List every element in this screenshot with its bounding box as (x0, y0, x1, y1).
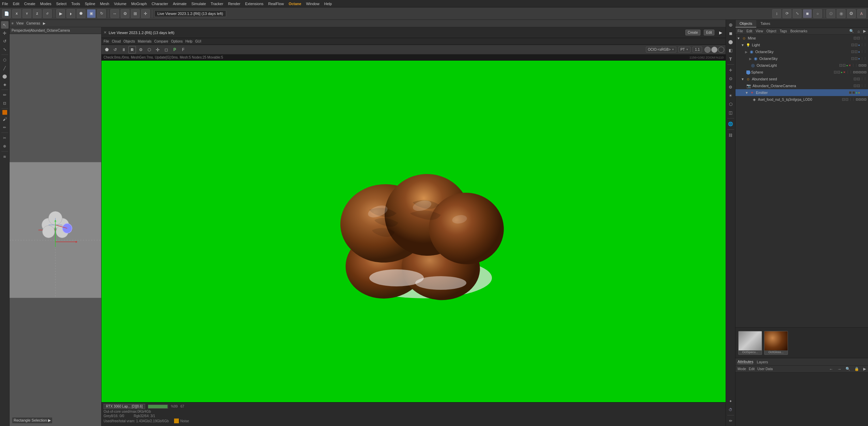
olight-ctrl2[interactable] (843, 64, 846, 67)
ro-transform[interactable]: ✛ (727, 66, 734, 74)
menu-octane[interactable]: Octane (289, 2, 301, 6)
obj-row-emitter[interactable]: ▼ ✦ Emitter ● ● ⋮⋮ (735, 89, 868, 96)
live-viewer-tab[interactable]: Live Viewer 2023.1.2-[R6] (13 days left) (109, 31, 174, 35)
ro-group[interactable]: ⊙ (727, 75, 734, 82)
ro-pencil[interactable]: ✏ (727, 417, 734, 425)
ro-starburst[interactable]: ✦ (727, 397, 734, 405)
open-button[interactable]: X (12, 9, 21, 18)
obj-view-menu[interactable]: View (756, 29, 763, 33)
rotate-btn[interactable]: ⚙ (121, 9, 129, 18)
rt-f-btn[interactable]: F (180, 46, 187, 53)
home-icon[interactable]: ⌂ (857, 29, 860, 33)
osky2-ctrl2[interactable] (855, 57, 857, 60)
y-btn[interactable]: Y (22, 9, 31, 18)
menu-tools[interactable]: Tools (71, 2, 80, 6)
ro-layer[interactable]: ◫ (727, 109, 734, 116)
move-btn[interactable]: ↔ (110, 9, 119, 18)
abund-arrow[interactable]: ▼ (741, 77, 744, 81)
search-icon[interactable]: 🔍 (849, 29, 854, 33)
menu-tracker[interactable]: Tracker (211, 2, 223, 6)
aset-ctrl2[interactable] (846, 98, 848, 101)
obj-mode-btn[interactable]: ◈ (1, 81, 9, 88)
close-icon[interactable]: ✕ (104, 30, 107, 35)
mine-ctrl2[interactable] (857, 37, 860, 40)
vp-menu-icon[interactable]: ≡ (12, 21, 14, 25)
attr-lock-icon[interactable]: 🔒 (854, 367, 859, 371)
sphere-ctrl2[interactable] (837, 71, 840, 74)
menu-realflow[interactable]: RealFlow (268, 2, 284, 6)
ro-3d-box[interactable]: ◼ (727, 30, 734, 37)
attr-back-btn[interactable]: ← (829, 367, 833, 372)
tab-attributes[interactable]: Attributes (738, 360, 753, 364)
scale-tool[interactable]: ⤡ (793, 9, 802, 18)
paint-btn[interactable]: ✏ (1, 91, 9, 99)
ft-more-btn[interactable]: ▶ (863, 29, 866, 33)
menu-modes[interactable]: Modes (40, 2, 51, 6)
obj-row-abundant-camera[interactable]: 📷 Abundant_OctaneCamera ⋮⋮ (735, 82, 868, 89)
deformer-btn[interactable]: ≋ (1, 153, 9, 160)
scale-tool-btn[interactable]: ⤡ (1, 46, 9, 53)
mine-expand-arrow[interactable]: ▼ (737, 36, 740, 40)
obj-row-light[interactable]: ▼ 💡 Light ● ⋮⋮ (735, 42, 868, 48)
attr-mode-btn[interactable]: Mode (738, 367, 746, 371)
menu-window[interactable]: Window (306, 2, 319, 6)
attr-more-icon[interactable]: ▶ (863, 367, 866, 371)
menu-render[interactable]: Render (228, 2, 240, 6)
star-btn[interactable]: A (857, 9, 866, 18)
select-tool[interactable]: ◼ (803, 9, 812, 18)
tab-objects[interactable]: Objects (735, 20, 756, 28)
more-main-btn[interactable]: ▶ (718, 30, 724, 36)
lasso-tool[interactable]: ○ (813, 9, 822, 18)
pencil-btn[interactable]: ✏ (1, 124, 9, 131)
mat-swatch-octspecular[interactable]: OctSpecu... (738, 331, 762, 355)
polygon-btn[interactable]: ⬡ (1, 56, 9, 64)
mine-ctrl1[interactable] (854, 37, 856, 40)
menu-mograph[interactable]: MoGraph (131, 2, 147, 6)
grid-btn[interactable]: ⊞ (131, 9, 140, 18)
lv-file[interactable]: File (104, 40, 109, 43)
emitter-arrow[interactable]: ▼ (745, 91, 748, 95)
vp-more-btn[interactable]: ▶ (43, 21, 46, 25)
olight-ctrl1[interactable] (839, 64, 842, 67)
lv-help[interactable]: Help (185, 40, 192, 43)
menu-character[interactable]: Character (152, 2, 168, 6)
snap-btn[interactable]: ✛ (141, 9, 150, 18)
obj-object-menu[interactable]: Object (766, 29, 776, 33)
lv-options[interactable]: Options (171, 40, 183, 43)
rotate-tool-btn2[interactable]: ↺ (1, 37, 9, 45)
ro-type[interactable]: T (727, 55, 734, 63)
ro-globe[interactable]: 🌐 (727, 120, 734, 128)
acam-ctrl1[interactable] (854, 84, 856, 87)
swatch1[interactable] (704, 47, 711, 53)
osky1-ctrl1[interactable] (851, 50, 854, 53)
render4-btn[interactable]: ▣ (87, 9, 96, 18)
coord-btn[interactable]: ↺ (43, 9, 52, 18)
ro-arrows[interactable]: ⊕ (727, 21, 734, 29)
obj-file-menu[interactable]: File (738, 29, 743, 33)
magnet-btn[interactable]: ⊡ (1, 99, 9, 107)
menu-edit[interactable]: Edit (13, 2, 19, 6)
acam-ctrl2[interactable] (857, 84, 860, 87)
obj-row-octanesky2[interactable]: ▶ ◉ OctaneSky ● ⋮⋮ (735, 55, 868, 62)
light-ctrl1[interactable] (851, 44, 854, 46)
obj-row-abundant-seed[interactable]: ▼ ⊙ Abundant seed ⋮⋮ (735, 76, 868, 82)
extrude-btn[interactable]: ⊕ (1, 142, 9, 150)
select-tool-btn[interactable]: ↖ (1, 21, 9, 29)
osky2-ctrl1[interactable] (851, 57, 854, 60)
menu-select[interactable]: Select (56, 2, 67, 6)
menu-create[interactable]: Create (24, 2, 35, 6)
ro-cube[interactable]: ◧ (727, 47, 734, 54)
aset-ctrl1[interactable] (842, 98, 845, 101)
knife-btn[interactable]: ✂ (1, 134, 9, 142)
ro-light[interactable]: ☀ (727, 92, 734, 99)
menu-mesh[interactable]: Mesh (100, 2, 109, 6)
menu-animate[interactable]: Animate (173, 2, 186, 6)
gear2-btn[interactable]: ⚙ (847, 9, 856, 18)
obj-row-octanelight[interactable]: ◎ OctaneLight ● ✕ ⋮⋮ ⊡⊡⊡ (735, 62, 868, 69)
obj-row-mine[interactable]: ▼ ⊙ Mine ⋮⋮ (735, 35, 868, 42)
emitter-ctrl2[interactable] (852, 91, 855, 94)
light-expand-arrow[interactable]: ▼ (741, 43, 744, 47)
light-ctrl2[interactable] (855, 44, 857, 46)
obj-row-sphere[interactable]: ⬤ Sphere ● ✕ ⋮⋮ ⊡⊡⊡⊡⊡ (735, 69, 868, 76)
lv-compare[interactable]: Compare (154, 40, 168, 43)
